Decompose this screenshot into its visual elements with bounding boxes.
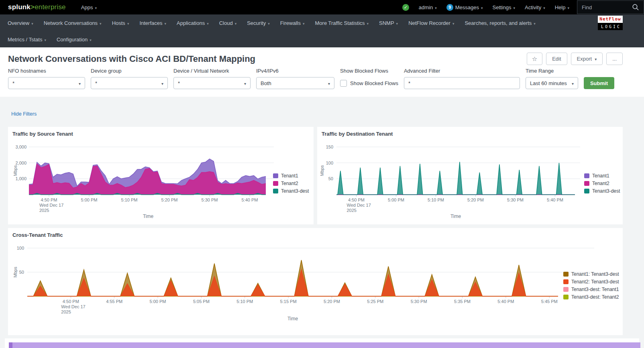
chevron-down-icon: [244, 80, 246, 86]
menu-activity[interactable]: Activity: [525, 4, 545, 10]
filter-label: Device group: [91, 68, 168, 74]
bottom-bar-segment-light[interactable]: [12, 342, 640, 348]
nav-item-more-traffic-statistics[interactable]: More Traffic Statistics: [310, 14, 374, 31]
svg-text:5:30 PM: 5:30 PM: [507, 197, 524, 202]
time-range-picker[interactable]: Last 60 minutes: [526, 77, 578, 89]
edit-button[interactable]: Edit: [546, 53, 567, 65]
chevron-down-icon: [572, 80, 574, 86]
nav-item-snmp[interactable]: SNMP: [374, 14, 403, 31]
nav-item-label: Searches, reports, and alerts: [465, 20, 532, 26]
hide-filters-link[interactable]: Hide Filters: [11, 111, 37, 117]
legend-label: Tenant3-dest: Tenant2: [571, 294, 619, 300]
filter-nfo-hostnames: NFO hostnames *: [8, 68, 85, 89]
legend-item-tenant1[interactable]: Tenant1: [584, 172, 620, 179]
legend-item-tenant1-tenant3-dest[interactable]: Tenant1: Tenant3-dest: [563, 270, 619, 278]
legend-label: Tenant3-dest: [281, 188, 309, 194]
svg-text:5:00 PM: 5:00 PM: [388, 197, 404, 202]
legend-swatch: [584, 181, 589, 186]
advanced-filter-input[interactable]: [404, 77, 520, 89]
svg-text:5:20 PM: 5:20 PM: [324, 299, 340, 304]
menu-help[interactable]: Help: [555, 4, 569, 10]
more-actions-button[interactable]: ...: [606, 53, 623, 65]
messages-count-badge: 9: [446, 4, 453, 11]
nav-item-label: Overview: [8, 20, 29, 26]
x-axis-label: Time: [450, 214, 461, 219]
legend-item-tenant3-dest-tenant1[interactable]: Tenant3-dest: Tenant1: [563, 285, 619, 293]
svg-text:5:10 PM: 5:10 PM: [236, 299, 253, 304]
legend-item-tenant3-dest[interactable]: Tenant3-dest: [273, 187, 309, 195]
nav-item-firewalls[interactable]: Firewalls: [275, 14, 310, 31]
svg-text:4:50 PM: 4:50 PM: [348, 197, 365, 202]
menu-admin-label: admin: [419, 4, 433, 10]
show-blocked-flows-checkbox[interactable]: [340, 80, 347, 87]
svg-text:Wed Dec 17: Wed Dec 17: [347, 203, 371, 208]
nav-item-configuration[interactable]: Configuration: [51, 31, 97, 47]
nav-item-overview[interactable]: Overview: [2, 14, 39, 31]
nav-item-hosts[interactable]: Hosts: [107, 14, 135, 31]
nav-item-metrics-tstats[interactable]: Metrics / Tstats: [2, 31, 51, 47]
svg-text:5:45 PM: 5:45 PM: [541, 299, 558, 304]
device-virtual-network-dropdown[interactable]: *: [173, 77, 251, 89]
nfo-hostnames-dropdown[interactable]: *: [8, 77, 85, 89]
menu-messages[interactable]: 9Messages: [446, 4, 483, 11]
ipv4-ipv6-dropdown[interactable]: Both: [256, 77, 334, 89]
filter-label: IPv4/IPv6: [256, 68, 334, 74]
legend-label: Tenant2: [592, 181, 609, 186]
chart-row-1: Traffic by Source Tenant 1,0002,0003,000…: [8, 127, 636, 224]
legend-swatch: [273, 181, 278, 186]
nav-item-label: Configuration: [57, 37, 88, 43]
svg-text:5:10 PM: 5:10 PM: [428, 197, 444, 202]
menu-admin[interactable]: admin: [419, 4, 437, 10]
netflow-logic-logo-bottom: LOGIC: [598, 23, 623, 30]
legend-swatch: [563, 295, 569, 299]
nav-item-security[interactable]: Security: [242, 14, 275, 31]
svg-text:5:30 PM: 5:30 PM: [202, 197, 218, 202]
panel-bottom-partial: [5, 338, 639, 348]
filter-time-range: Time Range Last 60 minutes: [526, 68, 578, 89]
legend-item-tenant3-dest-tenant2[interactable]: Tenant3-dest: Tenant2: [563, 293, 619, 301]
export-button[interactable]: Export: [571, 53, 603, 65]
legend-label: Tenant3-dest: Tenant1: [571, 287, 619, 292]
chevron-down-icon: [90, 37, 92, 43]
page-header: Network Conversations with Cisco ACI BD/…: [0, 47, 644, 97]
legend-item-tenant3-dest[interactable]: Tenant3-dest: [584, 187, 620, 195]
filter-device-virtual-network: Device / Virtual Network *: [173, 68, 251, 89]
nav-item-cloud[interactable]: Cloud: [214, 14, 242, 31]
svg-text:150: 150: [326, 144, 333, 149]
y-axis-label: Mbps: [320, 163, 324, 179]
favorite-star-button[interactable]: ☆: [527, 53, 542, 65]
submit-button[interactable]: Submit: [584, 77, 614, 89]
legend-item-tenant1[interactable]: Tenant1: [273, 172, 309, 179]
chevron-down-icon: [513, 4, 515, 10]
nav-item-interfaces[interactable]: Interfaces: [134, 14, 171, 31]
nav-item-searches-reports-and-alerts[interactable]: Searches, reports, and alerts: [459, 14, 540, 31]
chart-cross-tenant-traffic[interactable]: 501004:50 PMWed Dec 1720254:55 PM5:00 PM…: [8, 228, 623, 335]
svg-text:2025: 2025: [347, 208, 357, 213]
netflow-logic-logo[interactable]: NetFlow LOGIC: [598, 16, 623, 30]
legend-item-tenant2-tenant3-dest[interactable]: Tenant2: Tenant3-dest: [563, 278, 619, 285]
filter-label: Time Range: [526, 68, 578, 74]
topbar-right: ✓ admin 9Messages Settings Activity Help: [402, 4, 569, 11]
health-check-icon[interactable]: ✓: [402, 4, 409, 11]
find-search-input[interactable]: Find: [577, 0, 644, 14]
svg-text:5:30 PM: 5:30 PM: [411, 299, 427, 304]
splunk-logo[interactable]: splunk>enterprise: [8, 3, 66, 11]
menu-settings[interactable]: Settings: [493, 4, 516, 10]
legend-item-tenant2[interactable]: Tenant2: [273, 179, 309, 187]
nav-item-label: Hosts: [112, 20, 125, 26]
chart-traffic-by-destination-tenant[interactable]: 501001504:50 PMWed Dec 1720255:00 PM5:10…: [317, 127, 623, 224]
menu-apps[interactable]: Apps: [81, 4, 97, 10]
legend-swatch: [273, 189, 278, 193]
filter-show-blocked-flows: Show Blocked Flows Show Blocked Flows: [340, 68, 398, 89]
nav-item-applications[interactable]: Applications: [171, 14, 214, 31]
device-group-dropdown[interactable]: *: [91, 77, 168, 89]
nav-item-label: Interfaces: [139, 20, 162, 26]
svg-text:5:10 PM: 5:10 PM: [121, 197, 138, 202]
legend-label: Tenant1: [281, 173, 298, 179]
legend-label: Tenant1: [592, 173, 609, 179]
nav-item-network-conversations[interactable]: Network Conversations: [39, 14, 107, 31]
bottom-bar-segment-dark[interactable]: [9, 342, 12, 348]
legend-item-tenant2[interactable]: Tenant2: [584, 179, 620, 187]
nav-item-netflow-recorder[interactable]: NetFlow Recorder: [403, 14, 459, 31]
chart-traffic-by-source-tenant[interactable]: 1,0002,0003,0004:50 PMWed Dec 1720255:00…: [8, 127, 314, 224]
